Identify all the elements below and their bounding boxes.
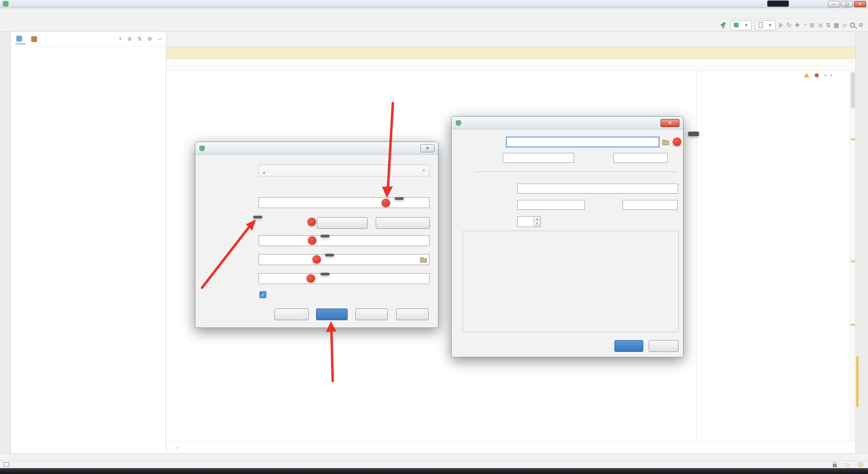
windows-taskbar (0, 468, 868, 474)
confirm-field[interactable] (613, 153, 668, 163)
android-icon (199, 146, 205, 151)
ok-button[interactable] (614, 340, 643, 352)
attach-icon[interactable]: ⇲ (817, 22, 822, 29)
close-icon[interactable]: ✕ (660, 119, 679, 127)
chevron-down-icon: ▼ (744, 23, 748, 28)
new-keystore-dialog: ✕ ▲▼ (451, 116, 684, 357)
key-password-field[interactable] (259, 273, 429, 284)
dialog-title-bar[interactable] (452, 117, 683, 129)
cancel-button[interactable] (355, 308, 388, 320)
dialog-title-bar[interactable] (195, 142, 438, 155)
alias-field[interactable] (517, 184, 678, 194)
help-button[interactable] (396, 308, 429, 320)
key-password-field[interactable] (517, 200, 585, 210)
android-studio-icon (3, 1, 9, 7)
recorder-widget (767, 0, 789, 7)
prev-issue-icon[interactable]: ∧ (824, 73, 827, 77)
tab-packages[interactable] (30, 34, 41, 44)
debug-icon[interactable]: ❖ (795, 22, 800, 29)
sdk-manager-icon[interactable]: ▦ (834, 22, 839, 29)
tool-window-bar (0, 453, 868, 460)
editor-tabs (166, 32, 855, 47)
chevron-down-icon: ▼ (768, 23, 772, 28)
feedback-sad-icon[interactable]: ☹ (857, 461, 863, 468)
app-module-icon (734, 23, 739, 28)
next-button[interactable] (316, 308, 348, 320)
module-combo[interactable]: ▼ (259, 165, 429, 176)
gear-icon[interactable]: ⚙ (858, 22, 863, 29)
next-issue-icon[interactable]: ∨ (830, 73, 833, 77)
rerun-icon[interactable]: ↻ (787, 22, 792, 29)
gear-icon[interactable]: ⚙ (147, 36, 152, 42)
sync-icon[interactable]: ⇅ (826, 22, 830, 29)
certificate-group (462, 231, 679, 332)
hide-panel-icon[interactable]: ─ (157, 36, 161, 42)
left-tool-strip (0, 32, 11, 453)
feedback-happy-icon[interactable]: ☺ (844, 461, 850, 468)
password-field[interactable] (503, 153, 574, 163)
validity-spinner[interactable]: ▲▼ (517, 216, 541, 227)
tooltip-create-new (253, 216, 262, 218)
notification-stripe (856, 356, 859, 407)
menu-bar (0, 8, 868, 19)
keystore-password-field[interactable] (259, 235, 429, 246)
toolwindow-toggle-icon[interactable] (4, 462, 9, 467)
spinner-up-icon[interactable]: ▲ (534, 217, 540, 222)
previous-button[interactable] (274, 308, 309, 320)
locate-icon[interactable]: ⊕ (127, 36, 132, 42)
editor-scrollbar[interactable] (849, 71, 855, 441)
keystore-path-field[interactable] (506, 137, 660, 147)
title-bar: ─ ▢ ✕ (0, 0, 868, 8)
lock-icon[interactable] (833, 464, 837, 467)
gradle-sync-banner (166, 47, 855, 59)
browse-folder-icon[interactable] (420, 257, 426, 262)
browse-folder-icon[interactable] (662, 140, 669, 144)
stop-icon[interactable] (810, 23, 814, 28)
step-badge-1 (382, 199, 390, 207)
close-icon[interactable]: ✕ (420, 144, 434, 152)
create-new-button[interactable] (317, 217, 368, 229)
error-icon (815, 73, 819, 77)
profile-icon[interactable]: ◔ (803, 22, 807, 29)
step-badge-4 (312, 255, 321, 264)
callout-keystore-path (688, 132, 699, 136)
choose-existing-button[interactable] (376, 217, 430, 229)
project-panel: ˅ ⊕ ⇅ ⚙ ─ (11, 32, 166, 453)
avd-manager-icon[interactable]: ▱ (842, 22, 847, 29)
device-icon (759, 22, 763, 28)
key-alias-field[interactable] (259, 254, 429, 265)
chevron-down-icon: ▼ (422, 168, 426, 173)
keystore-path-field[interactable] (259, 197, 429, 208)
remember-passwords-checkbox[interactable]: ✓ (259, 291, 266, 298)
android-studio-window: ─ ▢ ✕ ▼ ▼ ↻ ❖ ◔ ⇲ ⇅ (0, 0, 868, 474)
margin-guide (696, 71, 697, 441)
packages-view-icon (31, 36, 37, 42)
cancel-button[interactable] (649, 340, 679, 352)
tooltip-cert-path (395, 197, 404, 200)
tooltip-password (321, 235, 330, 237)
close-button[interactable]: ✕ (854, 1, 866, 7)
step-badge-3 (308, 236, 316, 245)
step-badge-2 (307, 218, 316, 226)
inspection-widget[interactable]: ∧ ∨ (802, 72, 835, 78)
maximize-button[interactable]: ▢ (841, 1, 853, 7)
chevron-down-icon[interactable]: ˅ (119, 36, 122, 42)
run-icon[interactable] (779, 23, 783, 28)
generate-signed-bundle-dialog: ✕ ▼ (195, 142, 439, 328)
android-icon (456, 120, 461, 126)
spinner-down-icon[interactable]: ▼ (534, 222, 540, 227)
collapse-all-icon[interactable]: ⇅ (137, 36, 142, 42)
project-view-icon (16, 36, 22, 42)
device-combo[interactable]: ▼ (755, 20, 776, 30)
run-config-combo[interactable]: ▼ (730, 20, 752, 30)
step-badge-6 (673, 137, 681, 146)
minimize-button[interactable]: ─ (828, 1, 840, 7)
tab-project[interactable] (15, 34, 26, 44)
editor-breadcrumb: › (166, 441, 855, 453)
main-toolbar: ▼ ▼ ↻ ❖ ◔ ⇲ ⇅ ▦ ▱ ⚙ (0, 19, 868, 32)
build-hammer-icon[interactable] (720, 22, 727, 29)
warning-icon (804, 73, 809, 77)
search-icon[interactable] (850, 23, 855, 28)
key-confirm-field[interactable] (623, 200, 678, 210)
project-tree (11, 47, 166, 453)
